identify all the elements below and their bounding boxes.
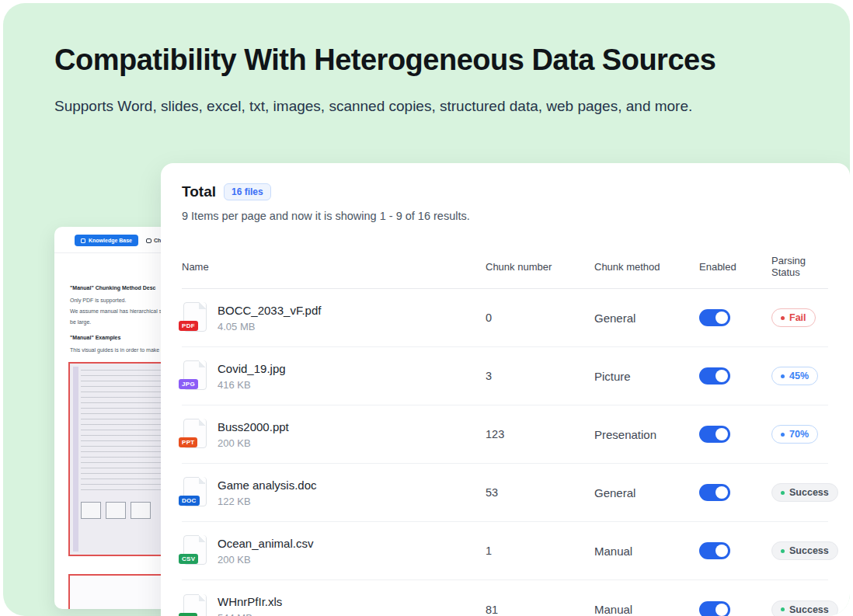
- file-type-icon-ppt: PPT: [182, 419, 207, 450]
- chunk-number: 3: [486, 370, 594, 382]
- file-type-icon-doc: DOC: [182, 477, 207, 508]
- file-type-icon-xls: XLS: [182, 594, 207, 616]
- table-row: PPT Buss2000.ppt 200 KB 123 Presenation …: [182, 405, 828, 464]
- file-name: Game analysis.doc: [218, 479, 317, 492]
- toggle-knob: [715, 311, 728, 324]
- pagination-text: 9 Items per page and now it is showing 1…: [182, 210, 828, 222]
- chunk-number: 53: [486, 486, 594, 499]
- file-size: 200 KB: [218, 437, 289, 449]
- toggle-knob: [715, 370, 728, 382]
- page-title: Compatibility With Heterogeneous Data So…: [54, 44, 715, 77]
- figure-thumb: [106, 502, 126, 519]
- chunk-number: 123: [486, 428, 594, 440]
- chunk-number: 0: [486, 311, 594, 324]
- files-count-badge: 16 files: [224, 183, 271, 200]
- table-row: PDF BOCC_2033_vF.pdf 4.05 MB 0 General F…: [182, 289, 828, 347]
- table-row: CSV Ocean_animal.csv 200 KB 1 Manual Suc…: [182, 522, 828, 580]
- background-card: Compatibility With Heterogeneous Data So…: [3, 3, 850, 616]
- page-subtitle: Supports Word, slides, excel, txt, image…: [54, 98, 692, 115]
- file-name: Covid_19.jpg: [218, 362, 286, 375]
- knowledge-base-button[interactable]: Knowledge Base: [75, 235, 138, 246]
- column-header-chunk-number: Chunk number: [486, 261, 594, 273]
- column-header-parsing-status: Parsing Status: [771, 255, 828, 278]
- table-header: Name Chunk number Chunk method Enabled P…: [182, 244, 828, 289]
- toggle-knob: [715, 604, 728, 616]
- table-row: DOC Game analysis.doc 122 KB 53 General …: [182, 464, 828, 522]
- status-dot-icon: [781, 607, 785, 611]
- status-badge: Success: [771, 600, 838, 616]
- chunk-method: General: [594, 486, 699, 499]
- file-size: 200 KB: [218, 554, 313, 566]
- file-size: 416 KB: [218, 379, 286, 391]
- status-badge: 70%: [771, 425, 818, 444]
- status-badge: Fail: [771, 308, 816, 327]
- status-dot-icon: [781, 433, 785, 437]
- figure-thumb: [131, 502, 151, 519]
- toggle-knob: [715, 428, 728, 440]
- file-size: 544 MB: [218, 612, 282, 616]
- status-dot-icon: [781, 374, 785, 378]
- status-dot-icon: [781, 316, 785, 320]
- status-badge: Success: [771, 483, 838, 502]
- chunk-number: 1: [486, 545, 594, 557]
- column-header-name: Name: [182, 261, 486, 273]
- file-name: Ocean_animal.csv: [218, 537, 313, 550]
- panel-header: Total 16 files: [182, 183, 828, 200]
- column-header-chunk-method: Chunk method: [594, 261, 699, 273]
- chunk-method: Presenation: [594, 428, 699, 441]
- chunk-method: Manual: [594, 545, 699, 558]
- file-type-icon-pdf: PDF: [182, 302, 207, 333]
- file-size: 4.05 MB: [218, 321, 321, 332]
- enabled-toggle[interactable]: [699, 426, 730, 443]
- file-name: Buss2000.ppt: [218, 420, 289, 433]
- chunk-method: General: [594, 311, 699, 325]
- document-margin: [73, 367, 78, 552]
- page: Compatibility With Heterogeneous Data So…: [0, 0, 853, 616]
- figure-thumb: [81, 502, 101, 519]
- chunk-method: Picture: [594, 370, 699, 383]
- toggle-knob: [715, 545, 728, 557]
- file-type-icon-jpg: JPG: [182, 360, 207, 392]
- enabled-toggle[interactable]: [699, 309, 730, 326]
- file-name: BOCC_2033_vF.pdf: [218, 304, 321, 317]
- column-header-enabled: Enabled: [699, 261, 771, 273]
- chunk-method: Manual: [594, 603, 699, 616]
- enabled-toggle[interactable]: [699, 601, 730, 616]
- status-dot-icon: [781, 491, 785, 495]
- knowledge-base-button-label: Knowledge Base: [89, 238, 132, 243]
- file-table-panel: Total 16 files 9 Items per page and now …: [161, 163, 850, 616]
- table-row: JPG Covid_19.jpg 416 KB 3 Picture 45%: [182, 347, 828, 405]
- file-size: 122 KB: [218, 496, 317, 507]
- enabled-toggle[interactable]: [699, 542, 730, 559]
- chat-icon: [146, 238, 151, 243]
- chunk-number: 81: [486, 604, 594, 616]
- file-name: WHnrPfIr.xls: [218, 595, 282, 608]
- enabled-toggle[interactable]: [699, 367, 730, 385]
- table-row: XLS WHnrPfIr.xls 544 MB 81 Manual Succes…: [182, 580, 828, 616]
- total-label: Total: [182, 183, 216, 200]
- status-badge: Success: [771, 541, 838, 560]
- knowledge-base-icon: [81, 238, 85, 243]
- toggle-knob: [715, 486, 728, 499]
- status-badge: 45%: [771, 367, 818, 385]
- status-dot-icon: [781, 549, 785, 553]
- enabled-toggle[interactable]: [699, 484, 730, 501]
- file-type-icon-csv: CSV: [182, 535, 207, 566]
